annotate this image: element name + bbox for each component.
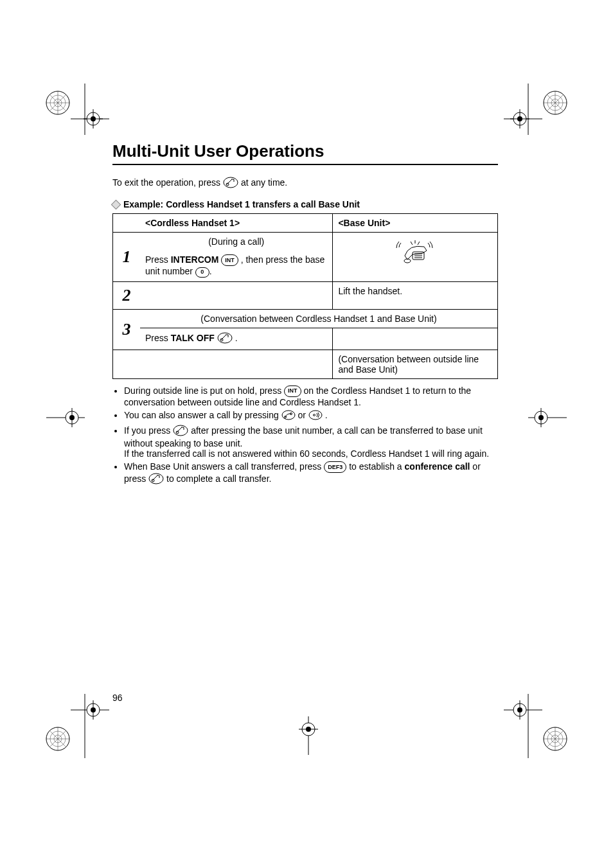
- t: During outside line is put on hold, pres…: [124, 385, 284, 396]
- t: to establish a: [346, 461, 404, 472]
- note-2: You can also answer a call by pressing o…: [124, 410, 498, 422]
- example-heading: Example: Cordless Handset 1 transfers a …: [112, 199, 498, 209]
- diamond-bullet-icon: [111, 199, 121, 209]
- notes-list: During outside line is put on hold, pres…: [112, 385, 498, 487]
- reg-mark-bottom-center: [289, 716, 328, 755]
- reg-mark-bottom-left: [39, 694, 109, 758]
- svg-point-71: [282, 411, 295, 420]
- t: or: [296, 410, 308, 420]
- t: When Base Unit answers a call transferre…: [124, 461, 324, 472]
- t: Press: [145, 254, 171, 265]
- exit-prefix: To exit the operation, press: [112, 177, 223, 188]
- t: to complete a call transfer.: [164, 474, 271, 484]
- step-1-instruction: Press INTERCOM INT , then press the base…: [140, 251, 333, 281]
- conversation-note: (Conversation between Cordless Handset 1…: [140, 309, 498, 328]
- exit-suffix: at any time.: [241, 177, 287, 188]
- svg-point-77: [149, 474, 163, 484]
- base-unit-cell: [333, 233, 498, 282]
- title-rule: [112, 164, 498, 165]
- speaker-key-icon: [308, 410, 323, 422]
- reg-mark-mid-right: [528, 405, 567, 430]
- col-header-base: <Base Unit>: [333, 214, 498, 233]
- step-1-number: 1: [113, 233, 141, 282]
- step-2-number: 2: [113, 281, 141, 309]
- exit-instruction: To exit the operation, press at any time…: [112, 177, 498, 190]
- int-key-icon: INT: [284, 385, 301, 397]
- page-number: 96: [112, 693, 123, 703]
- page-title: Multi-Unit User Operations: [112, 141, 498, 161]
- talkoff-label: TALK OFF: [171, 333, 215, 343]
- step-3-number: 3: [113, 309, 141, 350]
- talk-key-icon: [281, 410, 296, 422]
- page-content: Multi-Unit User Operations To exit the o…: [112, 141, 498, 489]
- talk-off-icon: [217, 332, 233, 346]
- example-heading-text: Example: Cordless Handset 1 transfers a …: [123, 199, 360, 209]
- outside-conversation-note: (Conversation between outside line and B…: [333, 350, 498, 378]
- t: You can also answer a call by pressing: [124, 410, 281, 420]
- step-2-instruction: Lift the handset.: [333, 281, 498, 309]
- svg-point-69: [218, 333, 232, 343]
- reg-mark-bottom-right: [504, 694, 574, 758]
- talk-off-icon: [173, 425, 188, 438]
- int-key-icon: INT: [221, 254, 238, 266]
- note-4: When Base Unit answers a call transferre…: [124, 461, 498, 486]
- intercom-label: INTERCOM: [171, 254, 219, 265]
- t: If you press: [124, 425, 173, 436]
- svg-point-62: [224, 177, 238, 188]
- note-1: During outside line is put on hold, pres…: [124, 385, 498, 407]
- step-3-instruction: Press TALK OFF .: [140, 328, 333, 350]
- t: If the transferred call is not answered …: [124, 448, 489, 459]
- def3-key-icon: DEF3: [324, 461, 346, 473]
- base-phone-ringing-icon: [396, 236, 434, 265]
- svg-point-75: [173, 425, 188, 436]
- t: .: [323, 410, 328, 420]
- conference-call-label: conference call: [405, 461, 470, 472]
- zero-key-icon: 0: [195, 267, 209, 278]
- note-3: If you press after pressing the base uni…: [124, 425, 498, 459]
- reg-mark-top-right: [504, 84, 574, 135]
- talk-off-icon: [223, 177, 238, 190]
- t: Press: [145, 333, 171, 343]
- t: .: [209, 266, 212, 276]
- talk-off-icon: [148, 473, 164, 486]
- t: .: [233, 333, 238, 343]
- reg-mark-top-left: [39, 84, 109, 135]
- col-header-handset: <Cordless Handset 1>: [140, 214, 333, 233]
- steps-table: <Cordless Handset 1> <Base Unit> 1 (Duri…: [112, 213, 498, 379]
- reg-mark-mid-left: [46, 405, 85, 430]
- during-call-text: (During a call): [140, 233, 333, 251]
